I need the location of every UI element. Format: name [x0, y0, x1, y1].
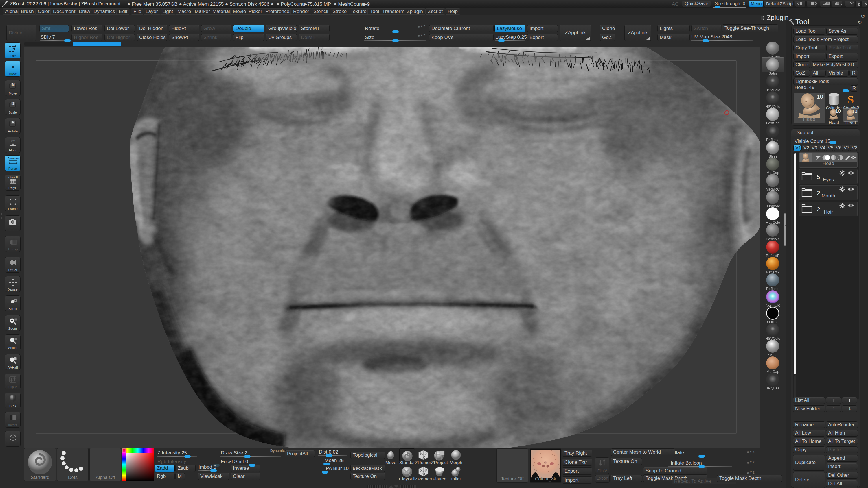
svg-text:S: S: [12, 102, 14, 105]
svg-text:R: R: [12, 121, 14, 124]
svg-text:M: M: [12, 83, 14, 86]
svg-text:1: 1: [11, 338, 13, 342]
svg-text:Dynamic: Dynamic: [7, 157, 19, 160]
svg-text:⦻YZ: ⦻YZ: [11, 139, 16, 142]
svg-text:Line Fill: Line Fill: [8, 176, 18, 179]
svg-text:S: S: [847, 93, 854, 106]
